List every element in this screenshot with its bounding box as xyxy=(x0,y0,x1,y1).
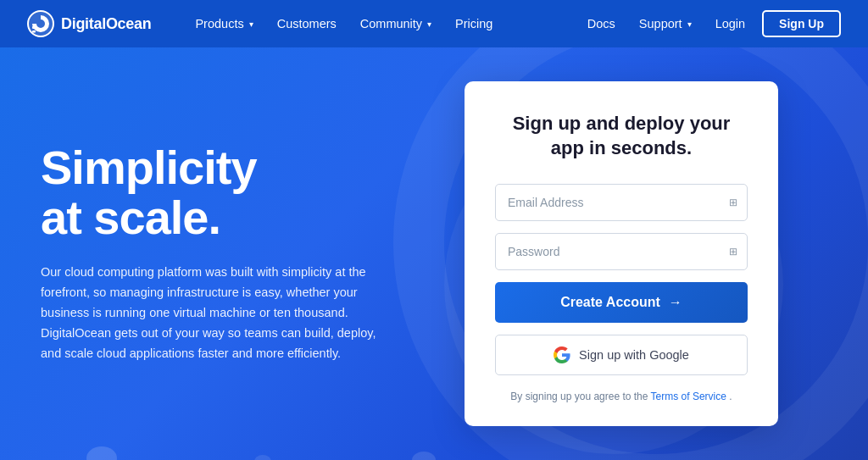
nav-links-left: Products Customers Community Pricing xyxy=(185,10,576,37)
nav-products[interactable]: Products xyxy=(185,10,263,37)
google-icon xyxy=(554,346,570,363)
nav-login[interactable]: Login xyxy=(705,10,755,37)
hero-section: Simplicity at scale. Our cloud computing… xyxy=(0,47,868,460)
logo[interactable]: DigitalOcean xyxy=(27,10,151,37)
google-signup-button[interactable]: Sign up with Google xyxy=(495,335,748,375)
password-field-group: ⊞ xyxy=(495,233,748,270)
terms-text: By signing up you agree to the Terms of … xyxy=(495,391,748,402)
card-title: Sign up and deploy your app in seconds. xyxy=(495,112,748,160)
email-input-wrapper: ⊞ xyxy=(495,184,748,221)
svg-rect-2 xyxy=(32,26,36,29)
terms-suffix: . xyxy=(729,391,732,402)
navigation: DigitalOcean Products Customers Communit… xyxy=(0,0,868,47)
nav-signup-button[interactable]: Sign Up xyxy=(762,10,841,37)
svg-point-5 xyxy=(412,452,436,460)
nav-docs[interactable]: Docs xyxy=(577,10,626,37)
nav-support[interactable]: Support xyxy=(629,10,702,37)
terms-prefix: By signing up you agree to the xyxy=(510,391,650,402)
password-input-wrapper: ⊞ xyxy=(495,233,748,270)
hero-title-line1: Simplicity xyxy=(41,141,257,194)
create-account-label: Create Account xyxy=(560,295,660,310)
arrow-icon: → xyxy=(669,295,682,310)
brand-name: DigitalOcean xyxy=(61,15,151,33)
nav-customers[interactable]: Customers xyxy=(267,10,347,37)
svg-rect-3 xyxy=(32,30,36,33)
hero-title: Simplicity at scale. xyxy=(41,143,431,243)
email-icon: ⊞ xyxy=(729,197,737,208)
nav-pricing[interactable]: Pricing xyxy=(445,10,503,37)
email-input[interactable] xyxy=(495,184,748,221)
google-btn-label: Sign up with Google xyxy=(579,348,689,362)
email-field-group: ⊞ xyxy=(495,184,748,221)
nav-community[interactable]: Community xyxy=(350,10,442,37)
terms-of-service-link[interactable]: Terms of Service xyxy=(651,391,726,402)
logo-icon xyxy=(27,10,54,37)
svg-point-6 xyxy=(254,455,271,460)
nav-links-right: Docs Support Login Sign Up xyxy=(577,10,841,37)
hero-description: Our cloud computing platform was built w… xyxy=(41,263,397,364)
password-icon: ⊞ xyxy=(729,246,737,258)
svg-point-4 xyxy=(86,446,117,460)
hero-left: Simplicity at scale. Our cloud computing… xyxy=(41,143,465,364)
password-input[interactable] xyxy=(495,233,748,270)
create-account-button[interactable]: Create Account → xyxy=(495,282,748,323)
hero-title-line2: at scale. xyxy=(41,191,220,244)
signup-card: Sign up and deploy your app in seconds. … xyxy=(465,81,778,426)
